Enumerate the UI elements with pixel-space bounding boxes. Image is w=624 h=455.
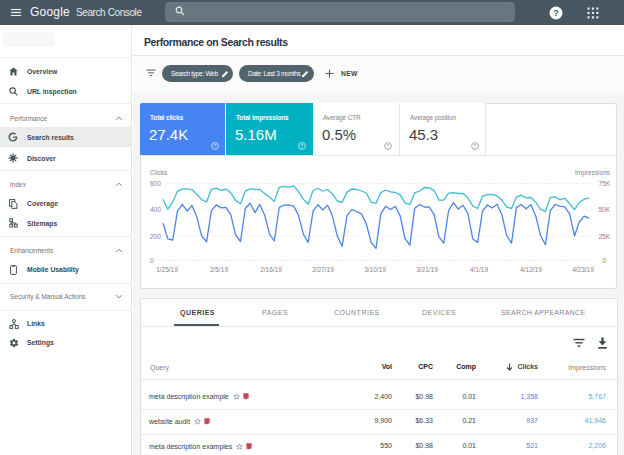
svg-text:Impressions: Impressions	[575, 169, 611, 177]
svg-text:2/16/19: 2/16/19	[260, 266, 282, 273]
svg-text:600: 600	[150, 180, 161, 187]
svg-text:2/5/19: 2/5/19	[210, 266, 228, 273]
svg-text:Clicks: Clicks	[150, 169, 168, 176]
svg-text:?: ?	[301, 143, 304, 149]
svg-text:400: 400	[150, 206, 161, 213]
svg-text:4/1/19: 4/1/19	[470, 266, 488, 273]
svg-text:3/21/19: 3/21/19	[416, 266, 438, 273]
svg-text:4/23/19: 4/23/19	[572, 266, 594, 273]
svg-text:?: ?	[387, 143, 390, 149]
svg-text:?: ?	[474, 143, 477, 149]
svg-text:50K: 50K	[598, 206, 610, 213]
svg-text:200: 200	[150, 233, 161, 240]
svg-text:0: 0	[602, 257, 606, 264]
svg-text:2/27/19: 2/27/19	[312, 266, 334, 273]
svg-text:?: ?	[214, 143, 217, 149]
svg-text:1/25/19: 1/25/19	[156, 266, 178, 273]
svg-text:25K: 25K	[598, 233, 610, 240]
svg-text:3/10/19: 3/10/19	[364, 266, 386, 273]
svg-text:?: ?	[553, 7, 559, 18]
svg-text:4/12/19: 4/12/19	[520, 266, 542, 273]
svg-text:75K: 75K	[598, 180, 610, 187]
